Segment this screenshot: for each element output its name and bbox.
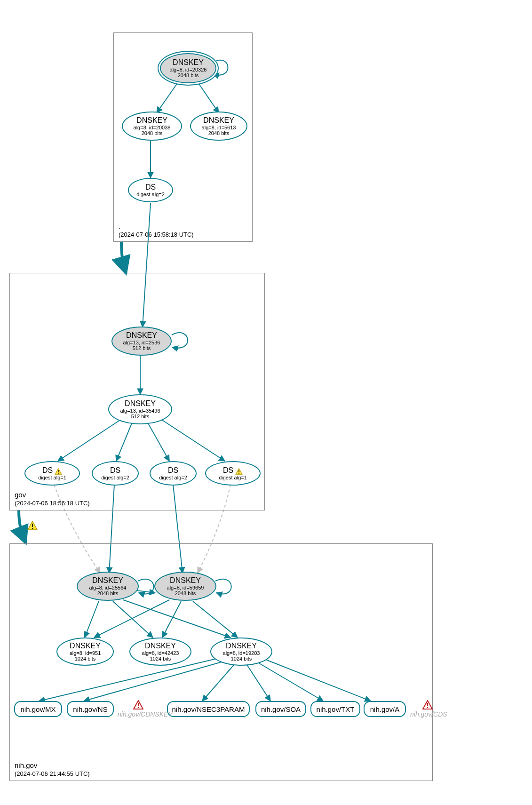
dnskey-gov-ksk[interactable]: DNSKEY alg=13, id=2536 512 bits (111, 327, 172, 356)
dnskey-root-ksk[interactable]: DNSKEY alg=8, id=20326 2048 bits (160, 53, 216, 83)
rr-txt[interactable]: nih.gov/TXT (310, 701, 360, 717)
ghost-cds: nih.gov/CDS (410, 710, 447, 718)
dnskey-nih-zsk-19203[interactable]: DNSKEY alg=8, id=19203 1024 bits (210, 638, 272, 666)
dnskey-nih-zsk-951[interactable]: DNSKEY alg=8, id=951 1024 bits (56, 638, 114, 666)
rr-nsec3param[interactable]: nih.gov/NSEC3PARAM (167, 701, 250, 717)
ds-gov-4[interactable]: DS digest alg=1 (205, 461, 261, 486)
rr-soa[interactable]: nih.gov/SOA (255, 701, 306, 717)
ds-gov-2[interactable]: DS digest alg=2 (92, 461, 139, 486)
rr-mx[interactable]: nih.gov/MX (14, 701, 62, 717)
warning-icon (55, 468, 62, 475)
dnskey-nih-ksk-25564[interactable]: DNSKEY alg=8, id=25564 2048 bits (77, 572, 139, 601)
zone-gov-ts: (2024-07-06 18:56:18 UTC) (15, 500, 90, 507)
ghost-cdnskey: nih.gov/CDNSKEY (118, 710, 173, 718)
error-icon (422, 700, 433, 709)
error-icon (133, 700, 143, 709)
warning-icon (27, 521, 38, 530)
dnskey-nih-zsk-42423[interactable]: DNSKEY alg=8, id=42423 1024 bits (129, 638, 191, 666)
rr-a[interactable]: nih.gov/A (364, 701, 406, 717)
zone-nih-name: nih.gov (15, 761, 90, 770)
zone-gov-name: gov (15, 491, 90, 500)
ds-gov-1[interactable]: DS digest alg=1 (24, 461, 80, 486)
warning-icon (235, 468, 243, 475)
ds-gov-3[interactable]: DS digest alg=2 (150, 461, 197, 486)
ds-root-to-gov[interactable]: DS digest alg=2 (128, 178, 173, 202)
zone-root-name: . (119, 222, 194, 231)
dnskey-root-zsk-20038[interactable]: DNSKEY alg=8, id=20038 2048 bits (122, 112, 182, 141)
zone-root-ts: (2024-07-06 15:58:18 UTC) (119, 231, 194, 239)
dnskey-root-zsk-5613[interactable]: DNSKEY alg=8, id=5613 2048 bits (190, 112, 247, 141)
dnskey-nih-ksk-59659[interactable]: DNSKEY alg=8, id=59659 2048 bits (154, 572, 216, 601)
rr-ns[interactable]: nih.gov/NS (67, 701, 114, 717)
dnskey-gov-zsk[interactable]: DNSKEY alg=13, id=35496 512 bits (108, 394, 172, 424)
zone-nih-ts: (2024-07-06 21:44:55 UTC) (15, 770, 90, 778)
